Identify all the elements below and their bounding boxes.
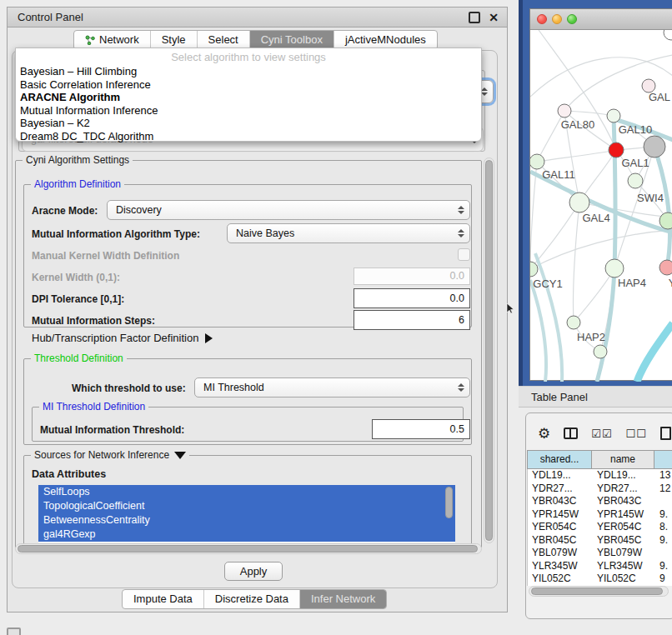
network-edge[interactable] bbox=[537, 150, 616, 162]
float-window-icon[interactable] bbox=[469, 12, 480, 23]
algorithm-dropdown-popup: Select algorithm to view settings Bayesi… bbox=[15, 48, 482, 142]
table-row[interactable]: YDR27...YDR27...12 bbox=[528, 482, 672, 496]
table-toolbar: ⚙ ☑☑ ☐☐ bbox=[526, 419, 671, 448]
algorithm-option[interactable]: ARACNE Algorithm bbox=[16, 91, 481, 104]
checked-boxes-icon[interactable]: ☑☑ bbox=[591, 428, 612, 440]
tab-impute-data[interactable]: Impute Data bbox=[123, 590, 203, 608]
combo-stepper-icon bbox=[458, 229, 464, 238]
desktop: Control Panel ✕ NetworkStyleSelectCyni T… bbox=[0, 0, 672, 635]
mi-threshold-field[interactable]: 0.5 bbox=[372, 419, 470, 439]
mi-steps-field[interactable]: 6 bbox=[354, 310, 470, 330]
table-row[interactable]: YDL19...YDL19...13 bbox=[528, 469, 672, 482]
node-label-gal11: GAL11 bbox=[542, 168, 575, 181]
attribute-item[interactable]: SelfLoops bbox=[38, 485, 455, 499]
node-table: shared...nameA YDL19...YDL19...13YDR27..… bbox=[527, 450, 672, 586]
column-header-A[interactable]: A bbox=[654, 450, 672, 469]
mi-algorithm-type-combo[interactable]: Naive Bayes bbox=[227, 223, 470, 243]
network-node-hap2[interactable] bbox=[567, 316, 580, 329]
node-table-body: YDL19...YDL19...13YDR27...YDR27...12YBR0… bbox=[527, 469, 672, 586]
table-panel-header: Table Panel bbox=[519, 386, 672, 408]
network-edge[interactable] bbox=[539, 30, 616, 150]
settings-horizontal-scrollbar[interactable] bbox=[15, 543, 482, 554]
network-window: GALGAL80GAL10GAL1GAL11SWI4GAL4GCY1HAP4YH… bbox=[529, 8, 672, 381]
unchecked-boxes-icon[interactable]: ☐☐ bbox=[626, 428, 647, 440]
kernel-width-field[interactable]: 0.0 bbox=[354, 268, 470, 285]
network-node-gal4[interactable] bbox=[569, 192, 589, 212]
network-node[interactable] bbox=[594, 345, 607, 358]
tab-infer-network[interactable]: Infer Network bbox=[299, 590, 386, 608]
network-node-swi4[interactable] bbox=[628, 173, 643, 188]
network-node-gal10[interactable] bbox=[607, 109, 620, 122]
tab-cyni-toolbox[interactable]: Cyni Toolbox bbox=[249, 31, 333, 49]
table-cell: 12 bbox=[655, 482, 672, 496]
kernel-width-label: Kernel Width (0,1): bbox=[32, 272, 120, 283]
tab-jactivemnodules[interactable]: jActiveMNodules bbox=[333, 31, 437, 49]
network-edge[interactable] bbox=[530, 230, 672, 269]
tab-select[interactable]: Select bbox=[197, 31, 249, 49]
algorithm-option[interactable]: Bayesian – Hill Climbing bbox=[16, 65, 481, 78]
table-row[interactable]: YBR043CYBR043C bbox=[528, 495, 672, 508]
network-node-gal11[interactable] bbox=[530, 154, 544, 169]
control-panel-titlebar[interactable]: Control Panel ✕ bbox=[7, 7, 508, 28]
table-cell: YPR145W bbox=[593, 508, 655, 522]
table-row[interactable]: YLR345WYLR345W9. bbox=[528, 560, 672, 573]
algorithm-option[interactable]: Basic Correlation Inference bbox=[16, 78, 481, 92]
column-header-name[interactable]: name bbox=[592, 450, 654, 469]
algorithm-option[interactable]: Mutual Information Inference bbox=[16, 104, 481, 118]
network-window-titlebar[interactable] bbox=[530, 9, 672, 30]
network-edge[interactable] bbox=[637, 323, 672, 382]
table-horizontal-scrollbar[interactable] bbox=[529, 586, 669, 597]
network-canvas[interactable]: GALGAL80GAL10GAL1GAL11SWI4GAL4GCY1HAP4YH… bbox=[530, 30, 672, 382]
table-cell bbox=[655, 547, 672, 560]
column-header-shared[interactable]: shared... bbox=[527, 450, 592, 469]
which-threshold-combo[interactable]: MI Threshold bbox=[194, 378, 470, 398]
network-node-gal1[interactable] bbox=[609, 142, 624, 158]
page-icon[interactable] bbox=[660, 427, 671, 440]
network-node[interactable] bbox=[664, 30, 672, 40]
dpi-tolerance-field[interactable]: 0.0 bbox=[354, 288, 470, 308]
attributes-list-scrollbar[interactable] bbox=[445, 487, 453, 520]
hub-definition-disclosure[interactable]: Hub/Transcription Factor Definition bbox=[32, 332, 213, 344]
attribute-item[interactable]: TopologicalCoefficient bbox=[38, 499, 455, 513]
threshold-definition-title: Threshold Definition bbox=[31, 352, 127, 364]
network-node-gcy1[interactable] bbox=[530, 262, 538, 277]
tab-style[interactable]: Style bbox=[150, 31, 197, 49]
algorithm-option[interactable]: Dream8 DC_TDC Algorithm bbox=[16, 130, 481, 143]
table-row[interactable]: YIL052CYIL052C9 bbox=[528, 572, 672, 586]
attribute-item[interactable]: BetweennessCentrality bbox=[38, 513, 455, 528]
gear-icon[interactable]: ⚙ bbox=[538, 427, 550, 441]
close-traffic-light-icon[interactable] bbox=[537, 14, 547, 24]
tab-network[interactable]: Network bbox=[74, 31, 150, 49]
tab-discretize-data[interactable]: Discretize Data bbox=[203, 590, 299, 608]
network-icon bbox=[85, 35, 95, 45]
table-cell: 9. bbox=[655, 534, 672, 548]
network-node-gal80[interactable] bbox=[558, 104, 571, 118]
network-node-y[interactable] bbox=[659, 260, 672, 275]
close-icon[interactable]: ✕ bbox=[489, 13, 499, 22]
corner-mini-button[interactable] bbox=[7, 628, 21, 635]
table-row[interactable]: YBR045CYBR045C9. bbox=[528, 534, 672, 548]
network-edge[interactable] bbox=[564, 111, 614, 116]
minimize-traffic-light-icon[interactable] bbox=[552, 14, 562, 24]
combo-stepper-icon bbox=[458, 206, 464, 214]
network-edge[interactable] bbox=[657, 155, 670, 268]
table-row[interactable]: YBL079WYBL079W bbox=[528, 547, 672, 560]
network-node[interactable] bbox=[644, 136, 665, 158]
network-edge[interactable] bbox=[573, 202, 579, 322]
settings-vertical-scrollbar[interactable] bbox=[484, 158, 494, 543]
attribute-item[interactable]: gal4RGexp bbox=[38, 528, 455, 542]
algorithm-option[interactable]: Bayesian – K2 bbox=[16, 117, 481, 130]
apply-button[interactable]: Apply bbox=[224, 562, 283, 581]
network-edge[interactable] bbox=[530, 280, 546, 382]
mi-type-value: Naive Bayes bbox=[236, 228, 294, 239]
zoom-traffic-light-icon[interactable] bbox=[567, 14, 577, 24]
sources-disclosure[interactable]: Sources for Network Inference bbox=[31, 449, 189, 461]
table-row[interactable]: YER054CYER054C8. bbox=[528, 521, 672, 534]
split-columns-icon[interactable] bbox=[564, 428, 578, 439]
table-row[interactable]: YPR145WYPR145W9. bbox=[528, 508, 672, 522]
network-edge[interactable] bbox=[530, 162, 537, 269]
manual-kernel-checkbox[interactable] bbox=[458, 248, 470, 261]
aracne-mode-combo[interactable]: Discovery bbox=[107, 200, 470, 220]
network-node[interactable] bbox=[659, 212, 672, 229]
network-node-hap4[interactable] bbox=[605, 259, 624, 278]
